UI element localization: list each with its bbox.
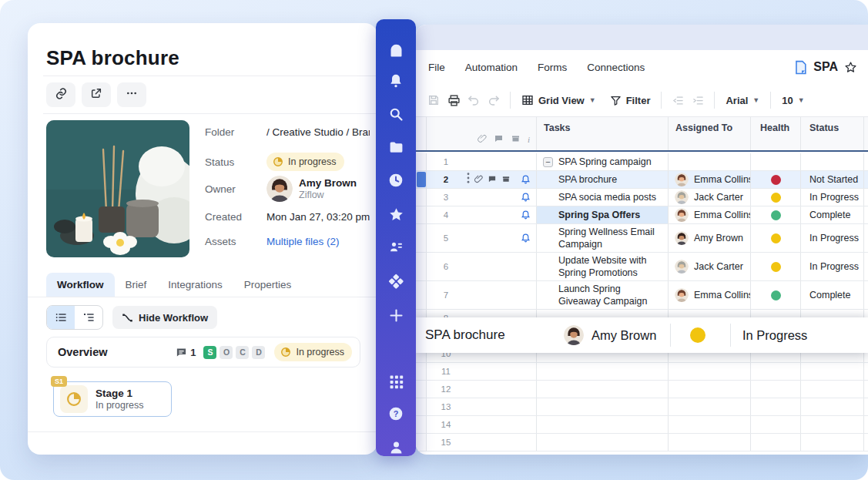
kebab-icon[interactable] — [467, 173, 470, 186]
status-cell[interactable]: Complete — [801, 206, 864, 223]
health-cell[interactable] — [751, 253, 801, 280]
task-cell[interactable] — [537, 363, 669, 380]
copy-link-button[interactable] — [46, 82, 75, 107]
status-cell[interactable]: In Progress — [801, 189, 864, 206]
overview-status-badge[interactable]: In progress — [274, 343, 352, 361]
archive-icon[interactable] — [511, 133, 521, 146]
archive-icon[interactable] — [501, 173, 511, 186]
assignee-cell[interactable]: Emma Collins — [669, 281, 751, 309]
hide-workflow-button[interactable]: Hide Workflow — [112, 306, 217, 329]
row-number-cell[interactable]: 7 — [427, 281, 537, 309]
health-cell[interactable] — [751, 189, 801, 206]
assets-link[interactable]: Multiple files (2) — [266, 236, 340, 247]
table-row[interactable]: 2SPA brochure Emma CollinsNot Started — [416, 171, 868, 189]
status-cell[interactable]: In Progress — [801, 224, 864, 252]
assignee-cell[interactable] — [669, 434, 751, 451]
health-cell[interactable] — [751, 416, 801, 433]
assignee-cell[interactable]: Jack Carter — [669, 189, 751, 206]
comment-icon[interactable] — [488, 173, 497, 186]
asset-thumbnail[interactable] — [46, 120, 189, 257]
stage-chip-c[interactable]: C — [236, 346, 249, 359]
health-cell[interactable] — [751, 171, 801, 188]
assignee-cell[interactable]: Emma Collins — [669, 206, 751, 223]
row-number-cell[interactable]: 11 — [427, 363, 537, 380]
task-cell[interactable]: −SPA Spring campaign — [537, 153, 669, 170]
status-cell[interactable] — [801, 363, 864, 380]
bell-icon[interactable] — [521, 175, 531, 185]
redo-button[interactable] — [484, 90, 504, 110]
health-cell[interactable] — [751, 224, 801, 252]
view-selector[interactable]: Grid View ▼ — [517, 94, 601, 106]
row-number-cell[interactable]: 15 — [427, 434, 537, 451]
health-cell[interactable] — [751, 281, 801, 309]
collapse-icon[interactable]: − — [543, 157, 553, 167]
row-gutter[interactable] — [416, 171, 427, 188]
health-cell[interactable] — [751, 381, 801, 398]
favorite-star-icon[interactable] — [844, 61, 857, 74]
task-cell[interactable] — [537, 416, 669, 433]
assignee-cell[interactable] — [669, 398, 751, 415]
health-cell[interactable] — [751, 153, 801, 170]
profile-icon[interactable] — [376, 438, 416, 456]
bell-icon[interactable] — [521, 193, 531, 203]
share-button[interactable] — [82, 82, 111, 107]
health-cell[interactable] — [751, 206, 801, 223]
grid-icon[interactable] — [376, 372, 416, 391]
status-badge[interactable]: In progress — [266, 153, 344, 171]
health-cell[interactable] — [751, 363, 801, 380]
more-actions-button[interactable] — [117, 82, 146, 107]
table-row[interactable]: 11 — [416, 363, 868, 381]
row-number-cell[interactable]: 6 — [427, 253, 537, 280]
owner-value[interactable]: Amy Brown Ziflow — [266, 176, 357, 202]
stage-chip-o[interactable]: O — [220, 346, 233, 359]
assignee-cell[interactable] — [669, 416, 751, 433]
status-cell[interactable]: Complete — [801, 281, 864, 309]
tab-workflow[interactable]: Workflow — [46, 273, 115, 297]
filter-button[interactable]: Filter — [605, 95, 655, 106]
status-cell[interactable] — [801, 416, 864, 433]
font-size-selector[interactable]: 10 ▼ — [777, 95, 809, 106]
assignee-cell[interactable] — [669, 153, 751, 170]
health-cell[interactable] — [751, 398, 801, 415]
menu-automation[interactable]: Automation — [465, 62, 518, 73]
assignee-cell[interactable]: Jack Carter — [669, 253, 751, 280]
column-header-tasks[interactable]: Tasks — [544, 123, 571, 133]
assignee-cell[interactable] — [669, 381, 751, 398]
paperclip-icon[interactable] — [478, 133, 487, 146]
save-button[interactable] — [424, 90, 444, 110]
row-number-cell[interactable]: 4 — [427, 206, 537, 223]
undo-button[interactable] — [464, 90, 484, 110]
outdent-button[interactable] — [668, 90, 688, 110]
bell-icon[interactable] — [376, 72, 416, 90]
folder-breadcrumb[interactable]: / Creative Studio / Brand — [266, 126, 370, 138]
clock-icon[interactable] — [376, 171, 416, 190]
info-icon[interactable]: i — [528, 135, 530, 144]
menu-file[interactable]: File — [428, 62, 445, 73]
health-cell[interactable] — [751, 434, 801, 451]
row-number-cell[interactable]: 2 — [427, 171, 537, 188]
column-header-assigned-to[interactable]: Assigned To — [675, 123, 732, 133]
print-button[interactable] — [444, 90, 464, 110]
status-cell[interactable] — [801, 153, 864, 170]
stage-chip-d[interactable]: D — [252, 346, 265, 359]
row-number-cell[interactable]: 3 — [427, 189, 537, 206]
search-icon[interactable] — [376, 105, 416, 123]
table-row[interactable]: 4Spring Spa Offers Emma CollinsComplete — [416, 206, 868, 224]
task-cell[interactable]: Update Website with Spring Promotions — [537, 253, 669, 280]
tab-brief[interactable]: Brief — [115, 273, 158, 297]
comment-count[interactable]: 1 — [176, 347, 196, 358]
status-cell[interactable] — [801, 381, 864, 398]
stage-card[interactable]: S1 Stage 1 In progress — [53, 381, 172, 417]
table-row[interactable]: 5Spring Wellness Email Campaign Amy Brow… — [416, 224, 868, 253]
table-row[interactable]: 13 — [416, 398, 868, 416]
plus-icon[interactable] — [376, 306, 416, 324]
help-icon[interactable]: ? — [376, 404, 416, 423]
menu-forms[interactable]: Forms — [538, 62, 567, 73]
star-icon[interactable] — [376, 205, 416, 223]
status-cell[interactable] — [801, 398, 864, 415]
dragged-row-card[interactable]: SPA brochure Amy Brown In Progress — [416, 317, 868, 353]
apps-icon[interactable] — [376, 272, 416, 290]
table-row[interactable]: 15 — [416, 434, 868, 451]
bell-icon[interactable] — [521, 233, 531, 243]
row-number-cell[interactable]: 1 — [427, 153, 537, 170]
